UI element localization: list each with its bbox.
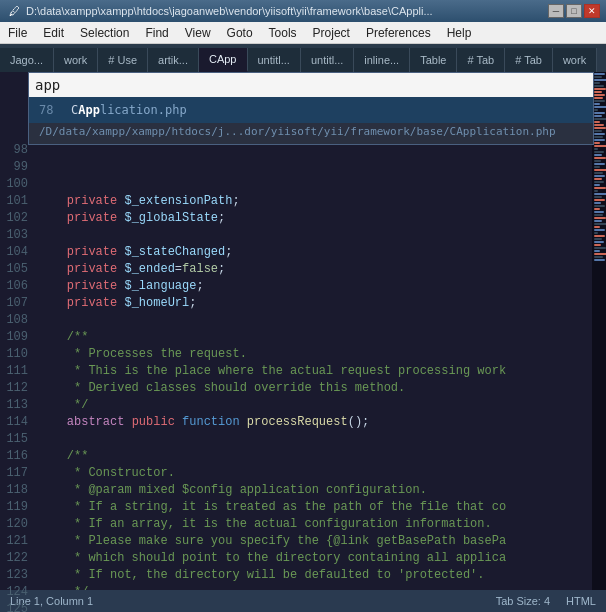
line-number: 112 — [0, 380, 28, 397]
line-number: 113 — [0, 397, 28, 414]
title-text: D:\data\xampp\xampp\htdocs\jagoanweb\ven… — [26, 5, 548, 17]
code-line: * Please make sure you specify the {@lin… — [38, 533, 592, 550]
code-line — [38, 227, 592, 244]
menu-item-preferences[interactable]: Preferences — [358, 22, 439, 43]
line-number: 101 — [0, 193, 28, 210]
code-line — [38, 312, 592, 329]
code-line: * If not, the directory will be defaulte… — [38, 567, 592, 584]
menu-item-tools[interactable]: Tools — [261, 22, 305, 43]
code-line: * Processes the request. — [38, 346, 592, 363]
tab-use[interactable]: # Use — [98, 48, 148, 72]
line-number: 120 — [0, 516, 28, 533]
tab-work[interactable]: work — [54, 48, 98, 72]
syntax-mode: HTML — [566, 595, 596, 607]
tab-table[interactable]: Table — [410, 48, 457, 72]
search-wrapper — [29, 73, 593, 97]
line-number: 117 — [0, 465, 28, 482]
app-icon: 🖊 — [6, 3, 22, 19]
editor-area: 78CApplication.php /D/data/xampp/xampp/h… — [0, 72, 606, 590]
autocomplete-dropdown: 78CApplication.php /D/data/xampp/xampp/h… — [28, 72, 594, 145]
tab-size: Tab Size: 4 — [496, 595, 550, 607]
menu-item-goto[interactable]: Goto — [219, 22, 261, 43]
menu-item-view[interactable]: View — [177, 22, 219, 43]
ac-path: /D/data/xampp/xampp/htdocs/j...dor/yiiso… — [29, 123, 593, 144]
line-number: 108 — [0, 312, 28, 329]
ac-suffix: lication.php — [100, 103, 187, 117]
line-number: 121 — [0, 533, 28, 550]
tab-bar: Jago...work# Useartik...CAppuntitl...unt… — [0, 44, 606, 72]
close-button[interactable]: ✕ — [584, 4, 600, 18]
menu-item-project[interactable]: Project — [305, 22, 358, 43]
line-number: 104 — [0, 244, 28, 261]
line-number: 122 — [0, 550, 28, 567]
line-number: 103 — [0, 227, 28, 244]
autocomplete-item[interactable]: 78CApplication.php — [29, 97, 593, 123]
code-line: */ — [38, 397, 592, 414]
status-right: Tab Size: 4 HTML — [496, 595, 596, 607]
code-line: * Derived classes should override this m… — [38, 380, 592, 397]
line-number: 119 — [0, 499, 28, 516]
tab-untitl[interactable]: untitl... — [301, 48, 354, 72]
code-line: * @param mixed $config application confi… — [38, 482, 592, 499]
tab-artik[interactable]: artik... — [148, 48, 199, 72]
search-input[interactable] — [35, 77, 587, 93]
line-number: 118 — [0, 482, 28, 499]
code-line: */ — [38, 584, 592, 590]
line-number: 124 — [0, 584, 28, 601]
maximize-button[interactable]: □ — [566, 4, 582, 18]
title-bar: 🖊 D:\data\xampp\xampp\htdocs\jagoanweb\v… — [0, 0, 606, 22]
line-number: 105 — [0, 261, 28, 278]
line-numbers: 9899100101102103104105106107108109110111… — [0, 140, 34, 590]
line-number: 116 — [0, 448, 28, 465]
code-line: private $_homeUrl; — [38, 295, 592, 312]
line-number: 114 — [0, 414, 28, 431]
code-line: * Constructor. — [38, 465, 592, 482]
menu-item-edit[interactable]: Edit — [35, 22, 72, 43]
line-number: 115 — [0, 431, 28, 448]
line-number: 107 — [0, 295, 28, 312]
code-area: private $_extensionPath; private $_globa… — [34, 140, 592, 590]
code-line: * If a string, it is treated as the path… — [38, 499, 592, 516]
tab-inline[interactable]: inline... — [354, 48, 410, 72]
menu-item-selection[interactable]: Selection — [72, 22, 137, 43]
tab-capp[interactable]: CApp — [199, 48, 248, 72]
minimize-button[interactable]: ─ — [548, 4, 564, 18]
menu-item-find[interactable]: Find — [137, 22, 176, 43]
code-line: * If an array, it is the actual configur… — [38, 516, 592, 533]
line-number: 100 — [0, 176, 28, 193]
line-number: 109 — [0, 329, 28, 346]
code-line: private $_stateChanged; — [38, 244, 592, 261]
code-line: abstract public function processRequest(… — [38, 414, 592, 431]
line-number: 99 — [0, 159, 28, 176]
code-line: private $_ended=false; — [38, 261, 592, 278]
tab-untitl[interactable]: untitl... — [248, 48, 301, 72]
code-line: /** — [38, 329, 592, 346]
line-number: 98 — [0, 142, 28, 159]
line-number: 125 — [0, 601, 28, 612]
code-line: private $_extensionPath; — [38, 193, 592, 210]
line-number: 111 — [0, 363, 28, 380]
tab-jago[interactable]: Jago... — [0, 48, 54, 72]
status-bar: Line 1, Column 1 Tab Size: 4 HTML — [0, 590, 606, 612]
tab-work[interactable]: work — [553, 48, 597, 72]
line-number: 110 — [0, 346, 28, 363]
menu-item-help[interactable]: Help — [439, 22, 480, 43]
window-controls: ─ □ ✕ — [548, 4, 600, 18]
code-line — [38, 176, 592, 193]
code-line: /** — [38, 448, 592, 465]
menu-item-file[interactable]: File — [0, 22, 35, 43]
code-line: * which should point to the directory co… — [38, 550, 592, 567]
code-line — [38, 159, 592, 176]
menu-bar: FileEditSelectionFindViewGotoToolsProjec… — [0, 22, 606, 44]
minimap — [592, 72, 606, 590]
tab-tab[interactable]: # Tab — [505, 48, 553, 72]
code-line — [38, 431, 592, 448]
code-line: * This is the place where the actual req… — [38, 363, 592, 380]
line-number: 102 — [0, 210, 28, 227]
ac-number: 78 — [39, 103, 63, 117]
line-number: 123 — [0, 567, 28, 584]
code-line: private $_language; — [38, 278, 592, 295]
ac-match: App — [78, 103, 100, 117]
tab-tab[interactable]: # Tab — [457, 48, 505, 72]
line-number: 106 — [0, 278, 28, 295]
